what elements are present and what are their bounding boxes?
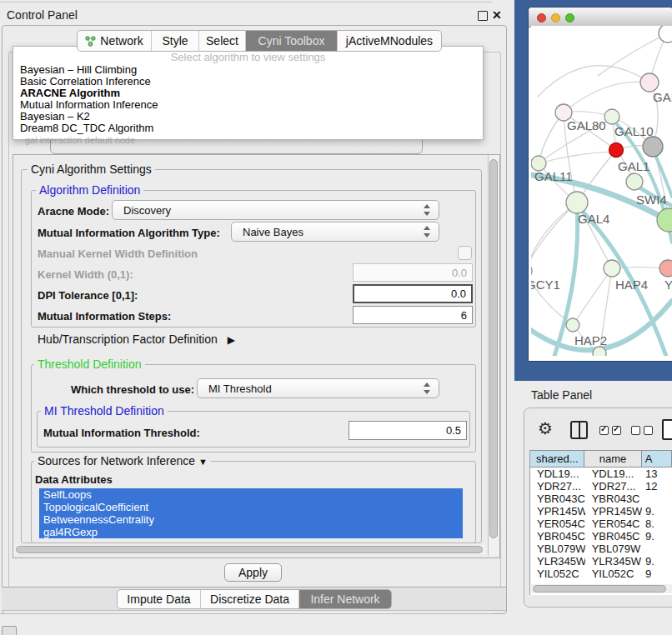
- network-canvas[interactable]: GALGAL80GAL10GAL1GAL11SWI4GAL4GCY1HAP4YH…: [531, 26, 672, 356]
- table-cell: 9: [642, 568, 672, 580]
- network-node[interactable]: [604, 109, 619, 124]
- which-threshold-select[interactable]: MI Threshold: [197, 378, 439, 398]
- network-node[interactable]: [643, 137, 663, 157]
- show-column-checked-icon[interactable]: [599, 426, 609, 435]
- tab-cyni-toolbox[interactable]: Cyni Toolbox: [246, 31, 338, 51]
- group-title: Algorithm Definition: [36, 184, 143, 197]
- close-panel-icon[interactable]: ✕: [492, 8, 502, 22]
- node-label: HAP4: [615, 278, 648, 292]
- dropdown-item[interactable]: Bayesian – K2: [20, 111, 90, 122]
- table-cell: 9.: [642, 505, 672, 518]
- network-edge[interactable]: [539, 152, 614, 163]
- gear-icon[interactable]: ⚙: [538, 418, 553, 438]
- tab-label: Infer Network: [310, 592, 379, 606]
- table-cell: YLR345W: [530, 555, 585, 568]
- selected-value: MI Threshold: [208, 382, 272, 395]
- dropdown-item[interactable]: Mutual Information Inference: [20, 99, 158, 111]
- settings-vertical-scrollbar[interactable]: [488, 155, 499, 556]
- table-horizontal-scrollbar[interactable]: [531, 584, 672, 593]
- aracne-mode-label: Aracne Mode:: [38, 205, 109, 218]
- network-window-titlebar[interactable]: [529, 8, 672, 28]
- hide-column-unchecked-icon[interactable]: [644, 426, 653, 435]
- table-row[interactable]: YBR045CYBR045C9.: [530, 530, 672, 542]
- attribute-item-selected[interactable]: BetweennessCentrality: [39, 513, 463, 526]
- settings-horizontal-scrollbar[interactable]: [14, 545, 486, 554]
- dropdown-item-selected[interactable]: ARACNE Algorithm: [20, 88, 120, 99]
- network-node[interactable]: [657, 208, 672, 232]
- dropdown-item[interactable]: Bayesian – Hill Climbing: [20, 64, 137, 76]
- application-window: Control Panel ✕ Network Style Select Cyn…: [0, 0, 672, 635]
- network-node[interactable]: [626, 173, 643, 190]
- table-cell: YDL19...: [585, 468, 642, 480]
- network-node[interactable]: [604, 260, 620, 277]
- hub-definition-toggle[interactable]: Hub/Transcription Factor Definition ▶: [38, 332, 235, 346]
- table-row[interactable]: YBL079WYBL079W: [530, 542, 672, 555]
- network-node[interactable]: [659, 26, 672, 42]
- network-node[interactable]: [531, 263, 532, 278]
- float-panel-icon[interactable]: [478, 11, 488, 21]
- scrollbar-thumb[interactable]: [533, 585, 666, 592]
- split-columns-icon[interactable]: [570, 421, 588, 439]
- mi-threshold-field[interactable]: 0.5: [349, 421, 467, 440]
- aracne-mode-select[interactable]: Discovery: [112, 200, 439, 220]
- hide-column-unchecked-icon[interactable]: [631, 426, 640, 435]
- sources-title: Sources for Network Inference: [38, 454, 195, 468]
- zoom-window-icon[interactable]: [565, 13, 574, 22]
- minimize-window-icon[interactable]: [551, 13, 560, 22]
- sources-group-toggle[interactable]: Sources for Network Inference ▼: [34, 455, 211, 468]
- column-header-shared-name[interactable]: shared...: [530, 450, 584, 468]
- tab-jactivemnodules[interactable]: jActiveMNodules: [338, 31, 441, 51]
- dpi-tolerance-field[interactable]: 0.0: [353, 284, 473, 303]
- network-edge[interactable]: [531, 202, 577, 271]
- tab-label: jActiveMNodules: [346, 34, 433, 48]
- network-node[interactable]: [593, 347, 606, 356]
- manual-kernel-checkbox[interactable]: [458, 246, 472, 260]
- node-label: GCY1: [531, 278, 560, 292]
- table-cell: YDL19...: [530, 468, 585, 480]
- table-row[interactable]: YIL052CYIL052C9: [530, 568, 672, 580]
- network-node[interactable]: [566, 192, 588, 213]
- attribute-item-selected[interactable]: gal4RGexp: [39, 526, 463, 538]
- table-row[interactable]: YPR145WYPR145W9.: [530, 505, 672, 518]
- which-threshold-label: Which threshold to use:: [71, 383, 194, 396]
- kernel-width-label: Kernel Width (0,1):: [38, 268, 133, 281]
- tab-select[interactable]: Select: [199, 31, 246, 51]
- network-node[interactable]: [659, 260, 672, 277]
- kernel-width-field[interactable]: 0.0: [353, 263, 473, 282]
- table-row[interactable]: YDL19...YDL19...13: [530, 468, 672, 480]
- tab-style[interactable]: Style: [152, 31, 199, 51]
- mi-type-select[interactable]: Naive Bayes: [231, 222, 439, 242]
- scrollbar-thumb[interactable]: [16, 546, 483, 553]
- dropdown-item[interactable]: Dream8 DC_TDC Algorithm: [20, 122, 153, 134]
- expanded-arrow-icon: ▼: [198, 457, 208, 467]
- attribute-item-selected[interactable]: SelfLoops: [39, 488, 463, 501]
- mini-panel-icon[interactable]: [2, 626, 17, 635]
- attribute-item-selected[interactable]: TopologicalCoefficient: [39, 501, 463, 513]
- table-row[interactable]: YBR043CYBR043C: [530, 492, 672, 505]
- mi-steps-field[interactable]: 6: [353, 306, 473, 324]
- tab-discretize-data[interactable]: Discretize Data: [201, 590, 299, 608]
- network-node[interactable]: [609, 143, 624, 158]
- network-edge[interactable]: [564, 82, 649, 112]
- table-cell: YBR043C: [585, 492, 642, 505]
- column-header-name[interactable]: name: [584, 450, 641, 468]
- scrollbar-thumb[interactable]: [489, 159, 498, 538]
- table-cell: YBR045C: [585, 530, 642, 542]
- column-header-partial[interactable]: A: [642, 450, 672, 468]
- network-node[interactable]: [640, 73, 659, 92]
- tab-network[interactable]: Network: [78, 31, 152, 51]
- show-column-checked-icon[interactable]: [612, 426, 621, 435]
- network-node[interactable]: [566, 318, 579, 332]
- table-row[interactable]: YDR27...YDR27...12: [530, 480, 672, 492]
- dpi-tolerance-label: DPI Tolerance [0,1]:: [38, 289, 138, 302]
- network-edge[interactable]: [573, 268, 612, 325]
- network-edge[interactable]: [598, 33, 668, 76]
- document-icon[interactable]: [662, 419, 672, 440]
- table-row[interactable]: YLR345WYLR345W9.: [530, 555, 672, 568]
- apply-button[interactable]: Apply: [224, 563, 282, 582]
- tab-impute-data[interactable]: Impute Data: [118, 590, 201, 608]
- tab-infer-network[interactable]: Infer Network: [299, 590, 391, 608]
- close-window-icon[interactable]: [537, 13, 546, 22]
- dropdown-item[interactable]: Basic Correlation Inference: [20, 76, 151, 88]
- table-row[interactable]: YER054CYER054C8.: [530, 518, 672, 530]
